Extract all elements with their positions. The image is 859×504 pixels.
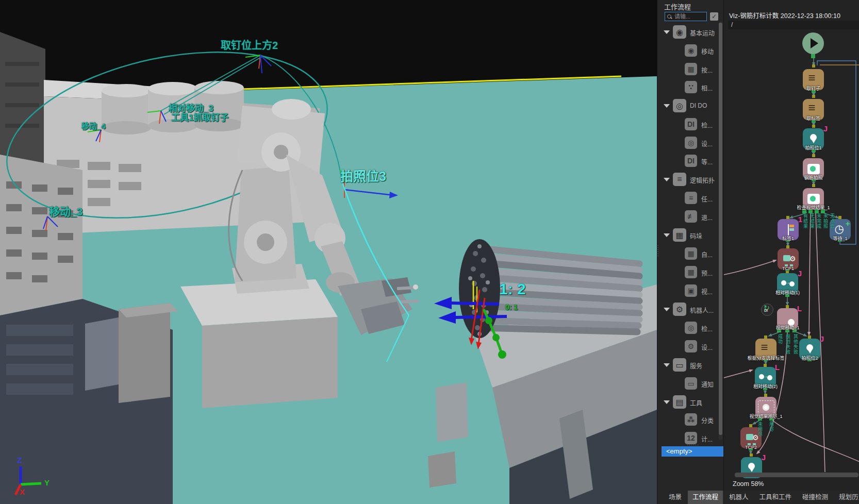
panel-title: 工作流程 bbox=[664, 2, 691, 11]
branch-label: 成功 bbox=[777, 334, 784, 344]
tree-item-task[interactable]: ≡任... bbox=[657, 189, 725, 207]
count-ratio-label: 1: 2 bbox=[499, 280, 526, 298]
tab-workflow[interactable]: 工作流程 bbox=[688, 491, 723, 504]
node-select-label-by-branch[interactable]: 根据分支选择标签 bbox=[755, 339, 777, 360]
collapse-triangle-icon[interactable] bbox=[664, 308, 670, 311]
tab-robot[interactable]: 机器人 bbox=[724, 491, 753, 504]
pallet-edit-icon: ▦ bbox=[685, 247, 697, 260]
collapse-triangle-icon[interactable] bbox=[664, 30, 670, 34]
tree-group-tools[interactable]: ▤工具 bbox=[657, 393, 725, 411]
node-vision-move-1[interactable]: L视觉移动_1 bbox=[777, 308, 798, 329]
branch-label: 未完成 bbox=[816, 213, 822, 229]
tab-planning-history[interactable]: 规划历史 bbox=[834, 491, 859, 504]
tree-group-palletize[interactable]: ▦码垛 bbox=[657, 226, 725, 244]
tree-group-logic-topology[interactable]: ≡逻辑拓扑 bbox=[657, 170, 725, 189]
node-relative-move-1[interactable]: J相对移动(1) bbox=[777, 273, 798, 294]
node-vision-result-exhausted[interactable]: 视觉结果用尽_1 bbox=[755, 397, 777, 418]
workflow-graph-panel[interactable]: Viz-钢筋打标计数 2022-12-23 18:00:10 / bbox=[723, 0, 859, 504]
filter-checkbox[interactable] bbox=[710, 12, 718, 21]
play-button[interactable] bbox=[802, 32, 824, 54]
tree-item-classify[interactable]: ⁂分类 bbox=[657, 410, 725, 429]
gripper-gear-icon bbox=[783, 254, 794, 265]
selected-item-bar[interactable]: <empty> bbox=[662, 446, 725, 457]
di-check-icon: DI bbox=[685, 118, 697, 130]
clock-plus-icon bbox=[835, 224, 846, 236]
tree-group-basic-motion[interactable]: ◉基本运动 bbox=[657, 23, 725, 41]
robot-gear-icon: ⚙ bbox=[685, 340, 697, 352]
node-tcp1[interactable]: TCP1 bbox=[778, 248, 799, 270]
move-pin-icon bbox=[748, 463, 755, 473]
camera-icon bbox=[807, 164, 820, 174]
node-pick-nail[interactable]: 取钉子 bbox=[803, 69, 824, 90]
pallet-icon: ▦ bbox=[673, 228, 686, 242]
scene-canvas bbox=[0, 0, 657, 504]
branch-label: 无点云 bbox=[829, 213, 836, 229]
tree-item-relative-move[interactable]: ∵相... bbox=[657, 78, 725, 96]
node-check-vision-result[interactable]: 检查视觉结果_1 bbox=[803, 188, 824, 209]
layers-stack-icon: ≡ bbox=[685, 192, 697, 204]
layers-out-icon: ≢ bbox=[685, 210, 697, 223]
relative-move-icon bbox=[759, 374, 772, 381]
node-relative-move-2[interactable]: L相对移动(2) bbox=[755, 367, 776, 388]
3d-viewport[interactable]: 取钉位上方2 相对移动_3 工具1抓取钉子 移动_4 拍照位3 移动_3 1: … bbox=[0, 0, 657, 504]
move-pin-icon bbox=[806, 344, 814, 355]
collapse-triangle-icon[interactable] bbox=[664, 104, 670, 108]
tree-item-robot-set[interactable]: ⚙设... bbox=[657, 337, 725, 356]
relative-move-icon bbox=[781, 280, 795, 288]
layers-icon bbox=[760, 343, 772, 356]
tree-item-vision-pallet[interactable]: ▣视... bbox=[657, 281, 725, 300]
tree-item-auto-pallet[interactable]: ▦自... bbox=[657, 244, 725, 263]
tree-scrollbar[interactable] bbox=[719, 22, 722, 440]
tree-item-set-do[interactable]: ◎设... bbox=[657, 133, 725, 152]
do-circle-icon: ◎ bbox=[685, 137, 697, 149]
axis-z-label: Z bbox=[17, 456, 22, 464]
tree-item-robot-check[interactable]: ◎检... bbox=[657, 318, 725, 337]
axis-x-label: X bbox=[20, 488, 25, 496]
tree-scrollbar-thumb[interactable] bbox=[719, 23, 722, 435]
tree-item-preset-pallet[interactable]: ▦预... bbox=[657, 263, 725, 281]
node-photo-pos-2[interactable]: J拍照位2 bbox=[799, 339, 820, 360]
collapse-triangle-icon[interactable] bbox=[664, 363, 670, 367]
tree-item-notify[interactable]: ▭通知 bbox=[657, 374, 725, 393]
loop-di-icon[interactable] bbox=[761, 304, 773, 316]
axis-y-label: Y bbox=[44, 478, 49, 487]
node-label-1[interactable]: 1标签1 bbox=[778, 219, 799, 240]
collapse-triangle-icon[interactable] bbox=[664, 233, 670, 237]
waypoint-label-tool-grab: 工具1抓取钉子 bbox=[171, 110, 228, 123]
classify-icon: ⁂ bbox=[685, 413, 697, 426]
collapse-triangle-icon[interactable] bbox=[664, 178, 670, 181]
tree-group-di-do[interactable]: ◎DI DO bbox=[657, 96, 725, 115]
search-input[interactable] bbox=[673, 13, 706, 20]
chat-bubble-icon: ▭ bbox=[673, 358, 686, 372]
zoom-level-label: Zoom 58% bbox=[733, 480, 764, 488]
branch-label: 其他失败 bbox=[792, 334, 799, 355]
tree-item-exit[interactable]: ≢退... bbox=[657, 207, 725, 226]
search-box[interactable] bbox=[665, 12, 707, 21]
bottom-tab-bar: 场景 工作流程 机器人 工具和工件 碰撞检测 规划历史 其他 bbox=[662, 491, 859, 504]
tree-item-grid-move[interactable]: ▦按... bbox=[657, 60, 725, 78]
tab-tools-workpieces[interactable]: 工具和工件 bbox=[755, 491, 797, 504]
layers-icon bbox=[807, 104, 820, 116]
node-pick-label[interactable]: 取标签 bbox=[803, 99, 824, 120]
node-photo-pos-1[interactable]: J拍照位1 bbox=[803, 128, 824, 149]
circle-io-icon: ◎ bbox=[673, 99, 686, 112]
tab-collision-detect[interactable]: 碰撞检测 bbox=[798, 491, 833, 504]
tree-item-wait-di[interactable]: DI等... bbox=[657, 152, 725, 170]
chat-notify-icon: ▭ bbox=[685, 377, 697, 390]
waypoint-label-photo-3: 拍照位3 bbox=[340, 166, 386, 184]
waypoint-label-move-4: 移动_4 bbox=[81, 120, 106, 131]
graph-hscrollbar[interactable] bbox=[735, 473, 858, 477]
tree-group-service[interactable]: ▭服务 bbox=[657, 356, 725, 374]
toolbox-icon: ▤ bbox=[673, 395, 686, 409]
camera-dashed-icon bbox=[761, 403, 772, 412]
layers-icon bbox=[807, 74, 820, 86]
resize-handle-vertical[interactable]: ······ bbox=[656, 244, 659, 257]
collapse-triangle-icon[interactable] bbox=[664, 400, 670, 404]
tab-scene[interactable]: 场景 bbox=[664, 491, 686, 504]
tree-group-robot[interactable]: ⚙机器人... bbox=[657, 300, 725, 318]
node-rebar-photo[interactable]: 钢筋拍照 bbox=[803, 158, 824, 179]
tree-item-check-di[interactable]: DI检... bbox=[657, 115, 725, 133]
tree-item-move[interactable]: ◉移动 bbox=[657, 41, 725, 60]
layers-stack-icon: ≡ bbox=[673, 173, 686, 186]
branch-label: 用尽 bbox=[768, 422, 775, 432]
